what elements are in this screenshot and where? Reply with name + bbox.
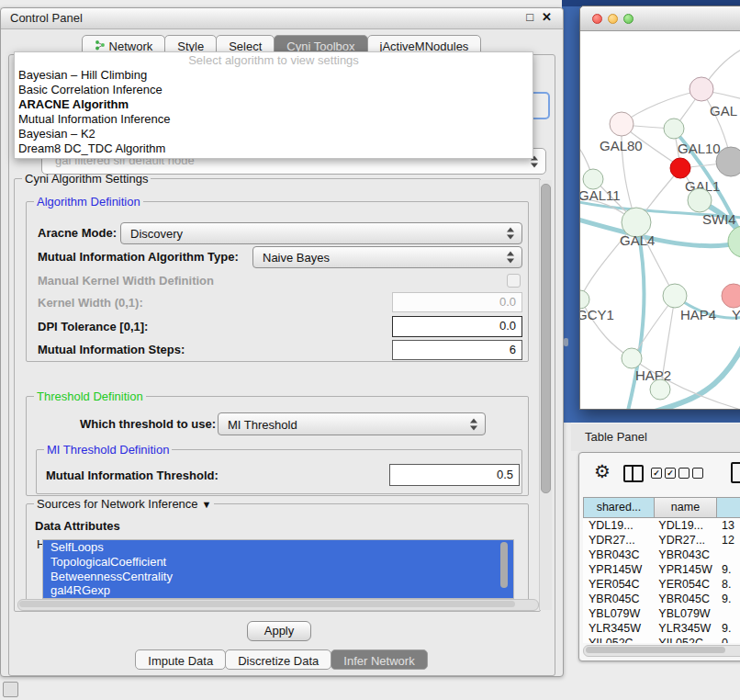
- network-node[interactable]: [728, 226, 740, 257]
- dpi-tolerance-label: DPI Tolerance [0,1]:: [38, 320, 148, 333]
- table-panel-titlebar: Table Panel: [571, 423, 740, 451]
- table-cell: YER054C: [583, 577, 653, 592]
- table-row[interactable]: YDR27...YDR27...12: [583, 533, 740, 548]
- node-label-gal11: GAL11: [580, 187, 621, 203]
- table-cell: 9.: [714, 562, 740, 577]
- algorithm-option-bayesian-hill-climbing[interactable]: Bayesian – Hill Climbing: [15, 68, 533, 83]
- network-graph-canvas[interactable]: GALGAL80GAL10GAL1GAL11SWI4GAL4GCY1HAP4YH…: [580, 30, 740, 409]
- sources-group-title[interactable]: Sources for Network Inference▼: [34, 497, 214, 511]
- close-traffic-light[interactable]: [592, 14, 602, 24]
- data-attributes-label: Data Attributes: [35, 519, 120, 533]
- manual-kernel-checkbox[interactable]: [507, 274, 521, 288]
- select-all-checked-icon[interactable]: ✓: [651, 468, 662, 479]
- gear-icon[interactable]: ⚙: [594, 460, 611, 482]
- minimized-panel-icon[interactable]: [3, 682, 18, 697]
- attributes-scrollbar-thumb[interactable]: [500, 542, 508, 588]
- attribute-item-selfloops[interactable]: SelfLoops: [43, 540, 513, 555]
- kernel-width-field[interactable]: 0.0: [392, 292, 522, 312]
- which-threshold-combobox[interactable]: MI Threshold: [218, 412, 486, 435]
- export-table-icon[interactable]: [731, 462, 740, 483]
- tab-impute-data[interactable]: Impute Data: [135, 649, 226, 670]
- column-header-a[interactable]: A: [717, 497, 740, 518]
- node-label-gal: GAL: [710, 103, 737, 119]
- data-attributes-list[interactable]: SelfLoopsTopologicalCoefficientBetweenne…: [42, 539, 514, 599]
- table-row[interactable]: YBR045CYBR045C9.: [583, 592, 740, 606]
- manual-kernel-label: Manual Kernel Width Definition: [38, 274, 214, 288]
- table-hscroll-thumb[interactable]: [586, 647, 725, 653]
- network-node-swi4[interactable]: [688, 188, 712, 212]
- algorithm-option-dream8-dc-tdc-algorithm[interactable]: Dream8 DC_TDC Algorithm: [15, 141, 533, 156]
- network-node-gal[interactable]: [690, 77, 713, 101]
- close-icon[interactable]: ✕: [542, 10, 552, 24]
- node-label-hap4: HAP4: [680, 307, 716, 322]
- table-cell: YIL052C: [583, 636, 653, 643]
- tab-discretize-data[interactable]: Discretize Data: [225, 649, 331, 670]
- table-cell: YLR345W: [583, 621, 653, 636]
- aracne-mode-combobox[interactable]: Discovery: [120, 222, 522, 244]
- table-row[interactable]: YER054CYER054C8.: [583, 577, 740, 592]
- tab-label: Impute Data: [148, 654, 213, 668]
- mi-type-combobox[interactable]: Naive Bayes: [252, 246, 522, 268]
- attribute-item-topologicalcoefficient[interactable]: TopologicalCoefficient: [43, 555, 513, 570]
- table-cell: YPR145W: [653, 562, 714, 577]
- columns-icon[interactable]: [623, 465, 644, 482]
- table-cell: YBL079W: [583, 606, 653, 621]
- algorithm-option-aracne-algorithm[interactable]: ARACNE Algorithm: [15, 97, 533, 112]
- table-cell: 9.: [714, 592, 740, 606]
- float-window-icon[interactable]: □: [526, 10, 533, 24]
- network-node-gal11[interactable]: [583, 169, 603, 189]
- sources-title-text: Sources for Network Inference: [37, 497, 198, 511]
- table-cell: YBR045C: [583, 592, 653, 606]
- select-all-checked-icon-2[interactable]: ✓: [665, 468, 676, 479]
- mi-threshold-field[interactable]: 0.5: [389, 464, 520, 486]
- network-node-gal10[interactable]: [664, 119, 684, 139]
- settings-vscroll-thumb[interactable]: [541, 184, 551, 493]
- column-header-name[interactable]: name: [655, 497, 717, 518]
- control-panel-titlebar[interactable]: Control Panel □ ✕: [1, 8, 563, 29]
- dpi-tolerance-field[interactable]: 0.0: [392, 316, 522, 337]
- network-node-gcy1[interactable]: [580, 290, 589, 309]
- node-label-gal10: GAL10: [678, 141, 721, 156]
- algorithm-definition-group: Algorithm Definition Aracne Mode: Discov…: [26, 201, 529, 362]
- panel-splitter-handle[interactable]: [564, 338, 568, 346]
- node-label-gal80: GAL80: [600, 138, 643, 153]
- network-node[interactable]: [716, 147, 740, 176]
- table-row[interactable]: YLR345WYLR345W9.: [583, 621, 740, 636]
- mi-threshold-group: MI Threshold Definition Mutual Informati…: [36, 449, 522, 494]
- deselect-all-icon[interactable]: [678, 468, 690, 479]
- network-node-gal80[interactable]: [610, 112, 633, 136]
- zoom-traffic-light[interactable]: [623, 14, 633, 24]
- network-node-hap2[interactable]: [622, 348, 642, 368]
- tab-infer-network[interactable]: Infer Network: [331, 649, 427, 670]
- table-cell: YER054C: [653, 577, 714, 592]
- network-node-hap4[interactable]: [663, 284, 687, 308]
- settings-hscroll-thumb[interactable]: [19, 601, 515, 607]
- algorithm-dropdown-list: Bayesian – Hill ClimbingBasic Correlatio…: [15, 68, 533, 156]
- table-row[interactable]: YDL19...YDL19...13: [583, 518, 740, 533]
- network-window-titlebar[interactable]: [580, 6, 740, 31]
- tab-label: Infer Network: [343, 654, 414, 668]
- algorithm-option-mutual-information-inference[interactable]: Mutual Information Inference: [15, 112, 533, 127]
- table-panel-title: Table Panel: [585, 430, 647, 444]
- table-row[interactable]: YBL079WYBL079W: [583, 606, 740, 621]
- attribute-item-gal4rgexp[interactable]: gal4RGexp: [43, 583, 513, 598]
- control-panel-title: Control Panel: [10, 11, 83, 25]
- table-row[interactable]: YPR145WYPR145W9.: [583, 562, 740, 577]
- table-cell: YDR27...: [583, 533, 653, 548]
- network-node-y[interactable]: [722, 284, 740, 308]
- table-row[interactable]: YBR043CYBR043C: [583, 548, 740, 562]
- minimize-traffic-light[interactable]: [608, 14, 618, 24]
- mi-steps-field[interactable]: 6: [392, 340, 522, 360]
- network-node[interactable]: [650, 379, 670, 400]
- algorithm-option-basic-correlation-inference[interactable]: Basic Correlation Inference: [15, 83, 533, 97]
- table-horizontal-scrollbar[interactable]: [583, 645, 740, 657]
- network-node-gal1[interactable]: [670, 158, 690, 178]
- deselect-all-icon-2[interactable]: [692, 468, 703, 479]
- table-row[interactable]: YIL052CYIL052C0.: [583, 636, 740, 643]
- column-header-shared[interactable]: shared...: [583, 497, 655, 518]
- algorithm-option-bayesian-k2[interactable]: Bayesian – K2: [15, 127, 533, 141]
- table-cell: YIL052C: [653, 636, 714, 643]
- apply-button[interactable]: Apply: [247, 621, 311, 641]
- attribute-item-betweennesscentrality[interactable]: BetweennessCentrality: [43, 570, 513, 584]
- table-cell: 8.: [714, 577, 740, 592]
